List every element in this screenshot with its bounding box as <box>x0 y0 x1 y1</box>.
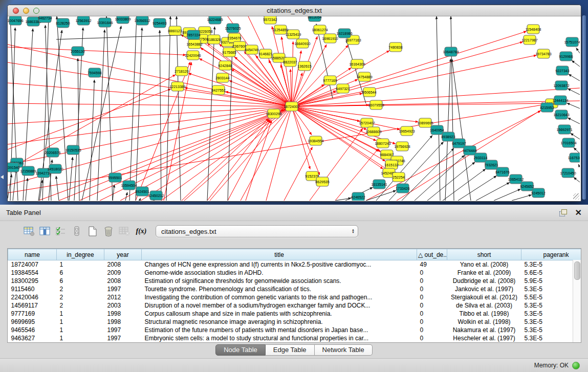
graph-edge[interactable] <box>161 106 292 201</box>
graph-node[interactable]: 9777169 <box>323 76 337 85</box>
graph-edge[interactable] <box>568 118 580 124</box>
function-builder-button[interactable]: f(x) <box>134 227 149 235</box>
cell-name[interactable]: 9465546 <box>8 326 57 334</box>
graph-node[interactable]: 16543882 <box>186 39 202 49</box>
cell-title[interactable]: Estimation of significance thresholds fo… <box>142 277 417 285</box>
cell-name[interactable]: 14569117 <box>8 301 57 310</box>
graph-node[interactable]: 9242848 <box>218 61 232 70</box>
graph-node[interactable]: 19218986 <box>336 29 352 38</box>
cell-name[interactable]: 18300295 <box>8 277 57 285</box>
graph-node[interactable]: 12093872 <box>553 81 569 90</box>
cell-in_degree[interactable]: 1 <box>57 310 104 318</box>
graph-node[interactable]: 12563912 <box>75 16 91 25</box>
graph-node[interactable]: 12444134 <box>552 96 568 105</box>
graph-node[interactable]: 9254493 <box>153 18 166 28</box>
cell-short[interactable]: Franke et al. (2009) <box>447 269 521 277</box>
close-panel-icon[interactable]: ✕ <box>575 209 582 217</box>
graph-edge[interactable] <box>8 83 292 106</box>
graph-node[interactable]: 2718120 <box>175 67 188 76</box>
graph-node[interactable]: 252254 <box>393 172 405 182</box>
table-row[interactable]: 1830029562008Estimation of significance … <box>8 277 582 285</box>
graph-node[interactable]: 10391646 <box>97 18 113 27</box>
graph-node[interactable]: 7594598 <box>88 68 101 77</box>
cell-name[interactable]: 9777169 <box>8 310 57 318</box>
zoom-window-button[interactable] <box>33 8 39 14</box>
graph-node[interactable]: 15720407 <box>359 118 375 127</box>
cell-year[interactable]: 2009 <box>104 269 142 277</box>
cell-short[interactable]: Yano et al. (2008) <box>447 260 521 269</box>
cell-short[interactable]: Stergiakouli et al. (2012) <box>447 293 521 301</box>
graph-edge[interactable] <box>452 59 471 201</box>
close-window-button[interactable] <box>13 8 19 14</box>
column-header-out_de[interactable]: △ out_de... <box>417 249 447 260</box>
cell-title[interactable]: Disruption of a novel member of a sodium… <box>142 301 417 310</box>
cell-out_de[interactable]: 0 <box>417 334 447 342</box>
cell-out_de[interactable]: 0 <box>417 269 447 277</box>
graph-node[interactable]: 18807243 <box>375 139 390 148</box>
graph-edge[interactable] <box>335 198 351 201</box>
graph-node[interactable]: 16164309 <box>349 59 365 69</box>
cell-year[interactable]: 2008 <box>104 277 142 285</box>
cell-name[interactable]: 19384554 <box>8 269 57 277</box>
graph-node[interactable]: 19756928 <box>394 142 410 151</box>
graph-node[interactable]: 9245012 <box>531 188 545 198</box>
graph-node[interactable]: 12213389 <box>169 82 185 91</box>
graph-node[interactable]: 2354676 <box>227 33 241 42</box>
graph-edge[interactable] <box>8 174 12 199</box>
cell-in_degree[interactable]: 2 <box>57 301 104 310</box>
graph-node[interactable]: 10594504 <box>121 181 137 190</box>
graph-edge[interactable] <box>136 28 142 201</box>
cell-year[interactable]: 1998 <box>104 310 142 318</box>
graph-node[interactable]: 12156889 <box>20 166 36 176</box>
cell-title[interactable]: Corpus callosum shape and size in male p… <box>142 310 417 318</box>
graph-edge[interactable] <box>129 16 137 201</box>
graph-edge[interactable] <box>59 106 292 201</box>
graph-node[interactable]: 9462734 <box>38 16 52 23</box>
graph-node[interactable]: 18300295 <box>266 109 281 118</box>
graph-node[interactable]: 12450212 <box>148 191 164 200</box>
graph-edge[interactable] <box>512 195 532 201</box>
graph-edge[interactable] <box>125 192 127 201</box>
panel-collapse-arrow-icon[interactable] <box>1 175 4 179</box>
graph-node[interactable]: 9595501 <box>108 173 122 182</box>
graph-edge[interactable] <box>366 190 396 201</box>
graph-node[interactable]: 1362615 <box>297 61 311 71</box>
graph-edge[interactable] <box>13 170 16 201</box>
cell-name[interactable]: 9115460 <box>8 285 57 293</box>
graph-edge[interactable] <box>568 89 580 95</box>
table-row[interactable]: 969969511998Structural magnetic resonanc… <box>8 318 582 326</box>
graph-edge[interactable] <box>292 42 523 106</box>
column-header-in_degree[interactable]: in_degree <box>57 249 104 260</box>
graph-node[interactable]: 16224685 <box>207 16 223 24</box>
cell-out_de[interactable]: 0 <box>417 310 447 318</box>
cell-out_de[interactable]: 0 <box>417 277 447 285</box>
graph-node[interactable]: 19734783 <box>535 49 551 58</box>
cell-in_degree[interactable]: 1 <box>57 326 104 334</box>
graph-edge[interactable] <box>26 178 28 201</box>
graph-edge[interactable] <box>207 119 269 201</box>
graph-node[interactable]: 11254859 <box>273 25 289 34</box>
graph-edge[interactable] <box>90 80 94 201</box>
graph-node[interactable]: 18061274 <box>312 25 328 34</box>
graph-node[interactable]: 14518020 <box>47 164 63 173</box>
resize-grip-icon[interactable] <box>573 193 579 200</box>
cell-out_de[interactable]: 0 <box>417 301 447 310</box>
graph-node[interactable]: 1615132 <box>384 160 398 169</box>
column-header-pagerank[interactable]: pagerank <box>521 249 582 260</box>
graph-edge[interactable] <box>166 16 170 201</box>
cell-title[interactable]: Structural magnetic resonance image aver… <box>142 318 417 326</box>
graph-node[interactable]: 22420046 <box>185 51 201 60</box>
graph-edge[interactable] <box>160 30 161 201</box>
graph-node[interactable]: 8128250 <box>56 18 70 28</box>
cell-title[interactable]: Embryonic stem cells: a model to study s… <box>142 334 417 342</box>
cell-in_degree[interactable]: 6 <box>57 269 104 277</box>
graph-node[interactable]: 11675300 <box>568 153 580 162</box>
graph-node[interactable]: 9506544 <box>362 87 376 97</box>
cell-in_degree[interactable]: 1 <box>57 334 104 342</box>
cell-in_degree[interactable]: 1 <box>57 260 104 269</box>
cell-short[interactable]: Jankovic et al. (1997) <box>447 285 521 293</box>
graph-edge[interactable] <box>437 16 440 201</box>
graph-node[interactable]: 1733426 <box>396 184 409 193</box>
cell-short[interactable]: Nakamura et al. (1997) <box>447 326 521 334</box>
table-settings-button[interactable] <box>23 225 36 237</box>
